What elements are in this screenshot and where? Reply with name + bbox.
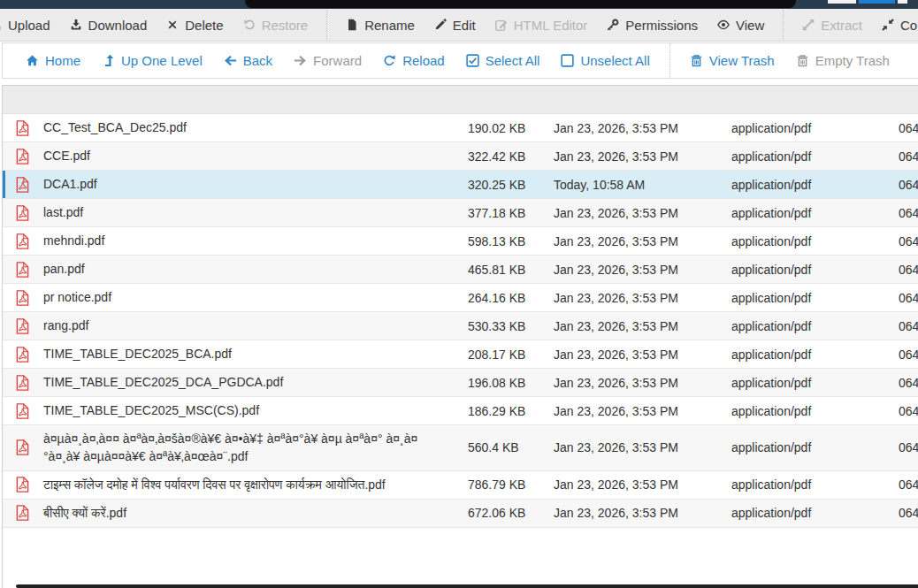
toolbar-button-label: Rename — [364, 18, 415, 33]
file-name[interactable]: pan.pdf — [43, 256, 468, 282]
file-name[interactable]: बीसीए क्यों करें.pdf — [43, 500, 468, 526]
toolbar-button[interactable]: Empty Trash — [796, 53, 890, 68]
toolbar-button[interactable]: Restore — [243, 18, 309, 33]
pdf-icon — [3, 177, 43, 193]
toolbar-button-label: Empty Trash — [815, 53, 890, 68]
toolbar-button[interactable]: Up One Level — [102, 53, 203, 68]
file-name[interactable]: CCE.pdf — [43, 142, 468, 169]
file-type: application/pdf — [731, 263, 899, 277]
table-row[interactable]: CCE.pdf 322.42 KB Jan 23, 2026, 3:53 PM … — [3, 142, 918, 171]
table-row[interactable]: rang.pdf 530.33 KB Jan 23, 2026, 3:53 PM… — [3, 312, 918, 340]
file-name[interactable]: TIME_TABLE_DEC2025_BCA.pdf — [43, 340, 468, 367]
trash-icon — [796, 54, 809, 67]
file-modified: Jan 23, 2026, 3:53 PM — [554, 234, 731, 248]
file-permissions: 0644 — [899, 121, 918, 135]
file-name[interactable]: rang.pdf — [43, 312, 468, 339]
file-type: application/pdf — [731, 121, 899, 135]
file-name[interactable]: CC_Test_BCA_Dec25.pdf — [43, 114, 468, 141]
toolbar-button[interactable]: View Trash — [690, 53, 775, 68]
toolbar-button[interactable]: Back — [224, 53, 272, 68]
toolbar-button-label: Home — [45, 53, 80, 68]
file-type: application/pdf — [731, 178, 899, 192]
table-row[interactable]: pan.pdf 465.81 KB Jan 23, 2026, 3:53 PM … — [3, 256, 918, 284]
table-row[interactable]: TIME_TABLE_DEC2025_MSC(CS).pdf 186.29 KB… — [3, 397, 918, 425]
file-permissions: 0644 — [899, 206, 918, 220]
file-permissions: 0644 — [899, 263, 918, 277]
table-row[interactable]: mehndi.pdf 598.13 KB Jan 23, 2026, 3:53 … — [3, 227, 918, 256]
table-row[interactable]: last.pdf 377.18 KB Jan 23, 2026, 3:53 PM… — [3, 199, 918, 227]
file-name[interactable]: pr notice.pdf — [43, 284, 468, 310]
toolbar-button[interactable]: Reload — [383, 53, 445, 68]
table-row[interactable]: CC_Test_BCA_Dec25.pdf 190.02 KB Jan 23, … — [3, 114, 918, 142]
level-up-icon — [102, 54, 115, 67]
file-size: 465.81 KB — [468, 263, 554, 277]
compress-icon — [882, 19, 894, 31]
file-name[interactable]: à¤µà¤¸à¤‚à¤¤ à¤ªà¤‚à¤šà¤®à¥€ à¤•à¥‡ à¤ªà… — [43, 425, 468, 470]
file-modified: Jan 23, 2026, 3:53 PM — [554, 291, 731, 305]
file-size: 598.13 KB — [468, 234, 554, 248]
file-modified: Jan 23, 2026, 3:53 PM — [554, 149, 731, 164]
checkbox-checked-icon — [466, 54, 479, 67]
file-permissions: 0644 — [899, 347, 918, 362]
toolbar-button[interactable]: HTML Editor — [495, 18, 588, 33]
pdf-icon — [3, 347, 43, 363]
file-size: 530.33 KB — [468, 319, 554, 333]
file-modified: Jan 23, 2026, 3:53 PM — [554, 347, 731, 362]
upload-icon — [0, 19, 2, 31]
toolbar-button[interactable]: Delete — [166, 18, 223, 33]
table-row[interactable]: DCA1.pdf 320.25 KB Today, 10:58 AM appli… — [3, 171, 918, 199]
toolbar-button[interactable]: Select All — [466, 53, 540, 68]
pdf-icon — [3, 149, 43, 164]
toolbar-button-label: View — [736, 18, 764, 33]
table-row[interactable]: बीसीए क्यों करें.pdf 672.06 KB Jan 23, 2… — [3, 500, 918, 528]
file-modified: Jan 23, 2026, 3:53 PM — [554, 376, 731, 390]
toolbar-separator — [669, 43, 670, 79]
file-permissions: 0644 — [899, 319, 918, 333]
table-row[interactable]: à¤µà¤¸à¤‚à¤¤ à¤ªà¤‚à¤šà¤®à¥€ à¤•à¥‡ à¤ªà… — [3, 425, 918, 471]
toolbar-button[interactable]: Permissions — [607, 18, 698, 33]
toolbar-button[interactable]: Upload — [0, 18, 50, 33]
toolbar-button[interactable]: View — [717, 18, 764, 33]
file-type: application/pdf — [731, 206, 899, 220]
file-type: application/pdf — [731, 506, 899, 520]
table-row[interactable]: टाइम्स कॉलेज दमोह में विश्व पर्यावरण दिव… — [3, 471, 918, 500]
file-permissions: 0644 — [899, 404, 918, 418]
toolbar-button[interactable]: Forward — [294, 53, 362, 68]
toolbar-button[interactable]: Edit — [434, 18, 476, 33]
file-modified: Jan 23, 2026, 3:53 PM — [554, 506, 731, 520]
file-type: application/pdf — [731, 404, 899, 418]
file-size: 264.16 KB — [468, 291, 554, 305]
pdf-icon — [3, 205, 43, 221]
file-list-body: CC_Test_BCA_Dec25.pdf 190.02 KB Jan 23, … — [3, 114, 918, 528]
toolbar-button[interactable]: Rename — [346, 18, 415, 33]
toolbar-button[interactable]: Extract — [802, 18, 862, 33]
toolbar-button-label: Edit — [453, 18, 476, 33]
toolbar-button-label: Extract — [821, 18, 862, 33]
toolbar-button[interactable]: Home — [26, 53, 80, 68]
html-editor-icon — [495, 19, 508, 31]
file-type: application/pdf — [731, 477, 899, 492]
table-row[interactable]: TIME_TABLE_DEC2025_DCA_PGDCA.pdf 196.08 … — [3, 369, 918, 397]
arrow-right-icon — [294, 54, 307, 67]
toolbar-button[interactable]: Unselect All — [561, 53, 649, 68]
toolbar-separator — [326, 10, 327, 40]
file-list-header — [3, 86, 918, 114]
file-name[interactable]: TIME_TABLE_DEC2025_MSC(CS).pdf — [43, 397, 468, 424]
file-name[interactable]: टाइम्स कॉलेज दमोह में विश्व पर्यावरण दिव… — [43, 471, 468, 498]
table-row[interactable]: TIME_TABLE_DEC2025_BCA.pdf 208.17 KB Jan… — [3, 340, 918, 369]
file-name[interactable]: DCA1.pdf — [43, 171, 468, 197]
file-name[interactable]: last.pdf — [43, 199, 468, 225]
file-permissions: 0644 — [899, 440, 918, 454]
file-permissions: 0644 — [899, 376, 918, 390]
file-modified: Jan 23, 2026, 3:53 PM — [554, 319, 731, 333]
file-type: application/pdf — [731, 347, 899, 362]
file-size: 320.25 KB — [468, 178, 554, 192]
file-size: 560.4 KB — [468, 440, 554, 454]
table-row[interactable]: pr notice.pdf 264.16 KB Jan 23, 2026, 3:… — [3, 284, 918, 312]
toolbar-button[interactable]: Compress — [882, 18, 918, 33]
file-size: 190.02 KB — [468, 121, 554, 135]
file-name[interactable]: TIME_TABLE_DEC2025_DCA_PGDCA.pdf — [43, 369, 468, 395]
file-size: 672.06 KB — [468, 506, 554, 520]
file-name[interactable]: mehndi.pdf — [43, 227, 468, 254]
toolbar-button[interactable]: Download — [70, 18, 148, 33]
